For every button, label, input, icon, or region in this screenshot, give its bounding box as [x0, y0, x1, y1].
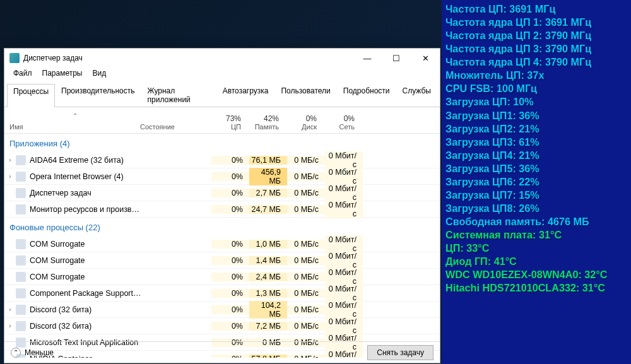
expand-icon[interactable]: › — [4, 306, 16, 313]
memory-value: 2,4 МБ — [249, 273, 287, 281]
expand-icon[interactable]: › — [4, 156, 16, 163]
hardware-osd-overlay: Частота ЦП: 3691 МГцЧастота ядра ЦП 1: 3… — [442, 0, 631, 364]
process-row[interactable]: COM Surrogate0%1,0 МБ0 МБ/с0 Мбит/с — [4, 236, 440, 252]
process-icon — [16, 172, 26, 182]
metric-column-header[interactable]: 0%Диск — [285, 114, 323, 131]
cpu-value: 0% — [211, 273, 249, 281]
expand-icon[interactable]: › — [4, 322, 16, 329]
osd-sensor-line: Загрузка ЦП1: 36% — [445, 109, 627, 122]
cpu-value: 0% — [211, 156, 249, 165]
osd-sensor-line: Загрузка ЦП4: 21% — [445, 149, 627, 162]
cpu-value: 0% — [211, 172, 249, 181]
tab[interactable]: Подробности — [337, 83, 396, 107]
process-icon — [16, 155, 26, 165]
disk-value: 0 МБ/с — [287, 289, 325, 298]
metric-column-header[interactable]: 42%Память — [247, 114, 285, 131]
menubar: ФайлПараметрыВид — [4, 68, 440, 81]
window-title: Диспетчер задач — [23, 54, 83, 62]
tab[interactable]: Производительность — [55, 83, 141, 107]
network-value: 0 Мбит/с — [325, 151, 363, 169]
process-name: COM Surrogate — [30, 256, 142, 265]
window-controls: — ☐ ✕ — [353, 49, 440, 68]
process-name: COM Surrogate — [30, 240, 142, 249]
disk-value: 0 МБ/с — [287, 240, 325, 249]
metric-column-header[interactable]: 0%Сеть — [323, 114, 361, 131]
network-value: 0 Мбит/с — [325, 301, 363, 319]
process-row[interactable]: Диспетчер задач0%2,7 МБ0 МБ/с0 Мбит/с — [4, 185, 440, 201]
menu-item[interactable]: Файл — [8, 68, 37, 79]
tab[interactable]: Журнал приложений — [141, 83, 216, 107]
minimize-button[interactable]: — — [353, 49, 382, 68]
osd-sensor-line: WDC WD10EZEX-08WN4A0: 32°C — [445, 268, 627, 281]
disk-value: 0 МБ/с — [287, 273, 325, 281]
osd-sensor-line: Hitachi HDS721010CLA332: 31°C — [445, 281, 627, 295]
osd-sensor-line: Загрузка ЦП: 10% — [445, 95, 627, 109]
process-name: Монитор ресурсов и произво... — [30, 205, 142, 214]
tab[interactable]: Процессы — [7, 84, 55, 107]
menu-item[interactable]: Параметры — [37, 68, 88, 79]
menu-item[interactable]: Вид — [87, 68, 111, 79]
tab[interactable]: Автозагрузка — [216, 83, 275, 107]
expand-icon[interactable]: › — [4, 173, 16, 180]
memory-value: 1,3 МБ — [249, 289, 287, 298]
osd-sensor-line: Системная плата: 31°C — [445, 228, 627, 242]
process-row[interactable]: Монитор ресурсов и произво...0%24,7 МБ0 … — [4, 201, 440, 218]
network-value: 0 Мбит/с — [325, 184, 363, 202]
metric-column-header[interactable]: 73%ЦП — [209, 114, 247, 131]
process-row[interactable]: ›AIDA64 Extreme (32 бита)0%76,1 МБ0 МБ/с… — [4, 152, 440, 168]
process-row[interactable]: ›Opera Internet Browser (4)0%456,9 МБ0 М… — [4, 168, 440, 185]
network-value: 0 Мбит/с — [325, 268, 363, 286]
network-value: 0 Мбит/с — [325, 235, 363, 253]
tab[interactable]: Службы — [396, 83, 437, 107]
process-row[interactable]: ›Discord (32 бита)0%7,2 МБ0 МБ/с0 Мбит/с — [4, 318, 440, 334]
process-icon — [16, 272, 26, 282]
fewer-details[interactable]: Меньше — [25, 348, 54, 357]
osd-sensor-line: Частота ядра ЦП 1: 3691 МГц — [445, 16, 627, 29]
osd-sensor-line: Свободная память: 4676 МБ — [445, 215, 627, 228]
sort-indicator[interactable]: ⌃ — [9, 112, 140, 119]
memory-value: 456,9 МБ — [249, 168, 287, 185]
process-icon — [16, 239, 26, 249]
memory-value: 7,2 МБ — [249, 322, 287, 331]
process-row[interactable]: COM Surrogate0%2,4 МБ0 МБ/с0 Мбит/с — [4, 269, 440, 285]
osd-sensor-line: Загрузка ЦП8: 26% — [445, 202, 627, 215]
tabs: ПроцессыПроизводительностьЖурнал приложе… — [4, 81, 440, 107]
task-manager-window[interactable]: Диспетчер задач — ☐ ✕ ФайлПараметрыВид П… — [4, 48, 440, 363]
osd-sensor-line: Частота ядра ЦП 3: 3790 МГц — [445, 42, 627, 56]
osd-sensor-line: Множитель ЦП: 37x — [445, 69, 627, 82]
network-value: 0 Мбит/с — [325, 285, 363, 302]
process-name: Discord (32 бита) — [30, 322, 142, 331]
disk-value: 0 МБ/с — [287, 322, 325, 331]
cpu-value: 0% — [211, 289, 249, 298]
end-task-button[interactable]: Снять задачу — [367, 345, 433, 360]
column-state[interactable]: Состояние — [140, 123, 209, 131]
disk-value: 0 МБ/с — [287, 256, 325, 265]
collapse-icon[interactable]: ⌃ — [11, 348, 21, 358]
memory-value: 2,7 МБ — [249, 189, 287, 197]
app-icon — [9, 53, 20, 63]
network-value: 0 Мбит/с — [325, 168, 363, 185]
osd-sensor-line: CPU FSB: 100 МГц — [445, 82, 627, 95]
process-row[interactable]: ›Discord (32 бита)0%104,2 МБ0 МБ/с0 Мбит… — [4, 302, 440, 318]
close-button[interactable]: ✕ — [411, 49, 440, 68]
process-name: Discord (32 бита) — [30, 305, 142, 314]
process-list[interactable]: Приложения (4)›AIDA64 Extreme (32 бита)0… — [4, 134, 440, 358]
process-row[interactable]: COM Surrogate0%1,4 МБ0 МБ/с0 Мбит/с — [4, 252, 440, 269]
cpu-value: 0% — [211, 322, 249, 331]
column-name[interactable]: Имя — [9, 123, 140, 131]
process-group-header[interactable]: Приложения (4) — [4, 134, 440, 152]
osd-sensor-line: Частота ядра ЦП 4: 3790 МГц — [445, 56, 627, 69]
footer: ⌃ Меньше Снять задачу — [4, 341, 440, 363]
process-icon — [16, 204, 26, 214]
network-value: 0 Мбит/с — [325, 252, 363, 269]
disk-value: 0 МБ/с — [287, 305, 325, 314]
process-row[interactable]: Component Package Support S...0%1,3 МБ0 … — [4, 285, 440, 302]
titlebar[interactable]: Диспетчер задач — ☐ ✕ — [4, 49, 440, 68]
process-group-header[interactable]: Фоновые процессы (22) — [4, 218, 440, 236]
process-name: COM Surrogate — [30, 273, 142, 281]
tab[interactable]: Пользователи — [274, 83, 336, 107]
memory-value: 104,2 МБ — [249, 301, 287, 319]
process-icon — [16, 321, 26, 331]
maximize-button[interactable]: ☐ — [382, 49, 411, 68]
process-icon — [16, 305, 26, 315]
